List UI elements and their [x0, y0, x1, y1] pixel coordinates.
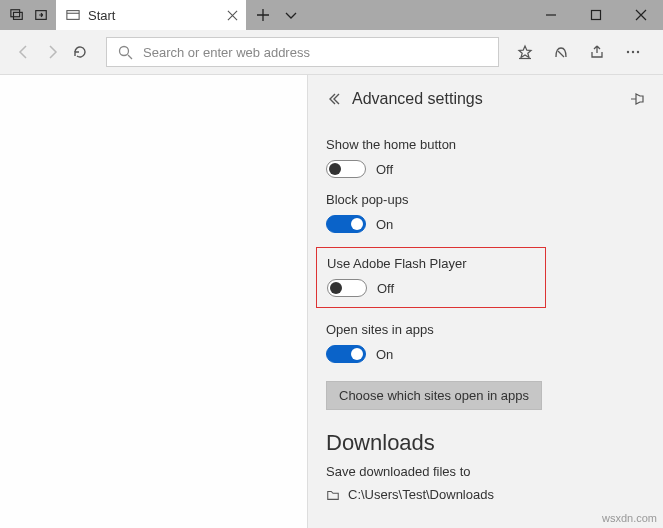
favorites-button[interactable]	[517, 44, 533, 60]
svg-point-12	[637, 51, 639, 53]
window-controls	[528, 0, 663, 30]
tab-actions	[246, 0, 308, 30]
open-sites-toggle[interactable]	[326, 345, 366, 363]
watermark-text: wsxdn.com	[602, 512, 657, 524]
more-button[interactable]	[625, 44, 641, 60]
toggle-state-text: On	[376, 347, 393, 362]
svg-rect-6	[591, 11, 600, 20]
pane-header: Advanced settings	[326, 75, 645, 123]
advanced-settings-pane: Advanced settings Show the home button O…	[307, 75, 663, 528]
flash-toggle[interactable]	[327, 279, 367, 297]
setting-label: Show the home button	[326, 137, 645, 152]
browser-toolbar	[0, 30, 663, 75]
window-titlebar: Start	[0, 0, 663, 30]
folder-icon	[326, 488, 340, 502]
new-tab-button[interactable]	[256, 8, 270, 22]
block-popups-toggle[interactable]	[326, 215, 366, 233]
setting-adobe-flash: Use Adobe Flash Player Off	[316, 247, 546, 308]
downloads-heading: Downloads	[326, 430, 645, 456]
back-button[interactable]	[16, 44, 32, 60]
set-aside-tabs-icon[interactable]	[34, 8, 48, 22]
search-icon	[117, 44, 133, 60]
close-tab-button[interactable]	[227, 10, 238, 21]
tab-title: Start	[88, 8, 219, 23]
svg-rect-1	[14, 12, 23, 19]
close-window-button[interactable]	[618, 0, 663, 30]
setting-label: Open sites in apps	[326, 322, 645, 337]
setting-show-home: Show the home button Off	[326, 137, 645, 178]
choose-sites-button[interactable]: Choose which sites open in apps	[326, 381, 542, 410]
setting-block-popups: Block pop-ups On	[326, 192, 645, 233]
toolbar-right-actions	[507, 44, 655, 60]
svg-point-10	[627, 51, 629, 53]
nav-buttons	[8, 44, 98, 60]
forward-button[interactable]	[44, 44, 60, 60]
maximize-button[interactable]	[573, 0, 618, 30]
show-home-toggle[interactable]	[326, 160, 366, 178]
minimize-button[interactable]	[528, 0, 573, 30]
tab-preview-button[interactable]	[284, 8, 298, 22]
pane-title: Advanced settings	[352, 90, 619, 108]
svg-rect-3	[67, 11, 79, 20]
toggle-state-text: Off	[376, 162, 393, 177]
pin-pane-button[interactable]	[629, 91, 645, 107]
reading-list-button[interactable]	[553, 44, 569, 60]
share-button[interactable]	[589, 44, 605, 60]
svg-point-7	[120, 47, 129, 56]
download-path-row: C:\Users\Test\Downloads	[326, 487, 645, 502]
address-bar[interactable]	[106, 37, 499, 67]
svg-rect-0	[11, 10, 20, 17]
setting-label: Use Adobe Flash Player	[327, 256, 535, 271]
svg-point-11	[632, 51, 634, 53]
save-files-label: Save downloaded files to	[326, 464, 645, 479]
svg-line-8	[128, 55, 132, 59]
titlebar-left-controls	[0, 0, 56, 30]
toggle-state-text: Off	[377, 281, 394, 296]
setting-open-sites-in-apps: Open sites in apps On	[326, 322, 645, 363]
toggle-state-text: On	[376, 217, 393, 232]
tab-favicon	[66, 8, 80, 22]
browser-tab[interactable]: Start	[56, 0, 246, 30]
refresh-button[interactable]	[72, 44, 88, 60]
download-path-text: C:\Users\Test\Downloads	[348, 487, 494, 502]
pane-back-button[interactable]	[326, 91, 342, 107]
task-view-icon[interactable]	[10, 8, 24, 22]
address-input[interactable]	[141, 44, 488, 61]
setting-label: Block pop-ups	[326, 192, 645, 207]
page-content: Advanced settings Show the home button O…	[0, 75, 663, 528]
